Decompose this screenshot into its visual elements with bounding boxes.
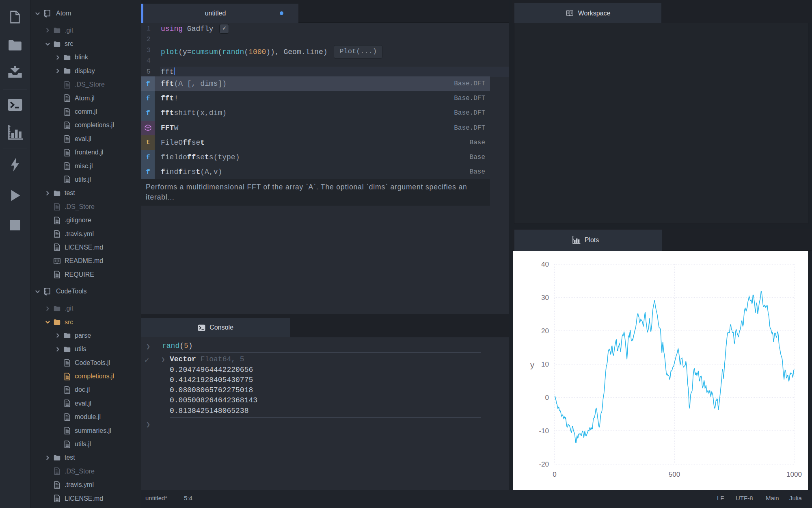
svg-text:10: 10 bbox=[541, 360, 549, 368]
svg-text:-10: -10 bbox=[539, 427, 549, 435]
svg-text:40: 40 bbox=[541, 261, 549, 268]
svg-text:20: 20 bbox=[541, 327, 549, 335]
svg-text:500: 500 bbox=[669, 471, 680, 478]
svg-text:0: 0 bbox=[545, 394, 549, 402]
svg-text:y: y bbox=[530, 360, 534, 369]
svg-text:0: 0 bbox=[553, 471, 556, 478]
svg-text:30: 30 bbox=[541, 294, 549, 302]
svg-text:1000: 1000 bbox=[786, 471, 802, 478]
svg-text:-20: -20 bbox=[539, 460, 549, 468]
